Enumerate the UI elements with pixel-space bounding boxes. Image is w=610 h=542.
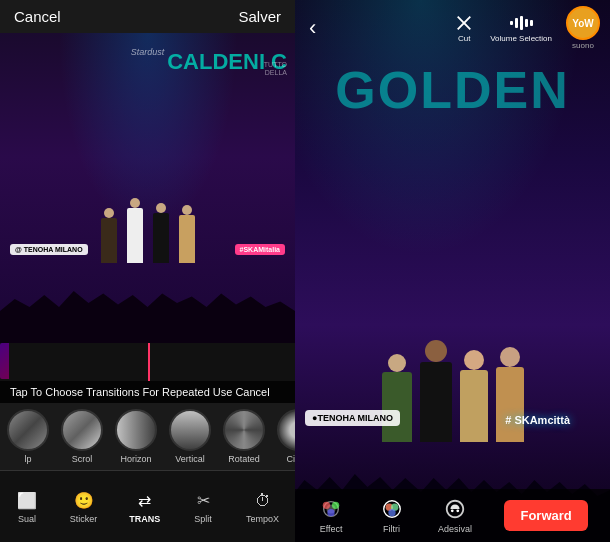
rf-body bbox=[382, 372, 412, 442]
filtri-icon bbox=[378, 497, 406, 521]
right-stage-figures bbox=[328, 340, 578, 442]
right-header-tools: Cut Volume Selection YoW suono bbox=[452, 6, 600, 50]
transition-scroll[interactable]: Scrol bbox=[58, 409, 106, 464]
transition-horizon-label: Horizon bbox=[120, 454, 151, 464]
transition-options: lp Scrol Horizon Vertical Rotated Circle bbox=[0, 403, 295, 470]
figure-head bbox=[156, 203, 166, 213]
svg-point-8 bbox=[332, 502, 339, 509]
right-golden-text: GOLDEN bbox=[295, 60, 610, 120]
effect-icon bbox=[317, 497, 345, 521]
forward-button[interactable]: Forward bbox=[504, 500, 587, 531]
filtri-label: Filtri bbox=[383, 524, 400, 534]
trans-icon: ⇄ bbox=[134, 490, 156, 512]
rf-head bbox=[425, 340, 447, 362]
nav-split[interactable]: ✂ Split bbox=[192, 490, 214, 524]
nav-trans[interactable]: ⇄ TRANS bbox=[129, 490, 160, 524]
adesival-icon bbox=[441, 497, 469, 521]
volume-tool[interactable]: Volume Selection bbox=[490, 13, 552, 43]
nav-sual-label: Sual bbox=[18, 514, 36, 524]
figure-2 bbox=[124, 198, 146, 263]
transition-scroll-label: Scrol bbox=[72, 454, 93, 464]
transition-flip-label: lp bbox=[24, 454, 31, 464]
figure-head bbox=[104, 208, 114, 218]
nav-sual[interactable]: ⬜ Sual bbox=[16, 490, 38, 524]
cut-icon bbox=[452, 13, 476, 33]
svg-rect-4 bbox=[530, 20, 533, 26]
filtri-tool[interactable]: Filtri bbox=[378, 497, 406, 534]
transition-circle[interactable]: Circle bbox=[274, 409, 295, 464]
timeline-frames bbox=[0, 343, 9, 381]
effect-label: Effect bbox=[320, 524, 343, 534]
transition-scroll-thumb bbox=[61, 409, 103, 451]
right-figure-1 bbox=[382, 354, 412, 442]
transition-circle-label: Circle bbox=[286, 454, 295, 464]
transition-flip[interactable]: lp bbox=[4, 409, 52, 464]
figure-head bbox=[182, 205, 192, 215]
figure-4 bbox=[176, 205, 198, 263]
sual-icon: ⬜ bbox=[16, 490, 38, 512]
svg-rect-3 bbox=[525, 19, 528, 27]
svg-point-9 bbox=[328, 509, 335, 516]
right-panel: GOLDEN ‹ bbox=[295, 0, 610, 542]
rf-head bbox=[388, 354, 406, 372]
transition-vertical-thumb bbox=[169, 409, 211, 451]
transition-horizon-thumb bbox=[115, 409, 157, 451]
transition-circle-thumb bbox=[277, 409, 295, 451]
figure-3 bbox=[150, 203, 172, 263]
save-button[interactable]: Salver bbox=[238, 8, 281, 25]
nav-tempo[interactable]: ⏱ TempoX bbox=[246, 490, 279, 524]
transition-rotated-label: Rotated bbox=[228, 454, 260, 464]
avatar-tool[interactable]: YoW suono bbox=[566, 6, 600, 50]
tutto-text: TUTTO DELLA bbox=[264, 61, 287, 78]
svg-point-13 bbox=[388, 509, 395, 516]
timeline-strip[interactable] bbox=[0, 343, 295, 381]
split-icon: ✂ bbox=[192, 490, 214, 512]
cut-tool[interactable]: Cut bbox=[452, 13, 476, 43]
svg-point-14 bbox=[451, 509, 454, 512]
effect-tool[interactable]: Effect bbox=[317, 497, 345, 534]
transition-horizon[interactable]: Horizon bbox=[112, 409, 160, 464]
svg-rect-1 bbox=[515, 18, 518, 28]
bottom-nav: ⬜ Sual 🙂 Sticker ⇄ TRANS ✂ Split ⏱ Tempo… bbox=[0, 470, 295, 542]
video-preview: Stardust CALDENI C TUTTO DELLA bbox=[0, 33, 295, 343]
cancel-button[interactable]: Cancel bbox=[14, 8, 61, 25]
suono-label: suono bbox=[572, 41, 594, 50]
nav-trans-label: TRANS bbox=[129, 514, 160, 524]
right-figure-2 bbox=[420, 340, 452, 442]
rf-body bbox=[496, 367, 524, 442]
avatar: YoW bbox=[566, 6, 600, 40]
tag-milano: @ TENOHA MILANO bbox=[10, 244, 88, 255]
stardust-logo: Stardust bbox=[131, 47, 165, 57]
right-bottom-toolbar: Effect Filtri Ad bbox=[295, 489, 610, 542]
audience bbox=[0, 263, 295, 343]
sticker-icon: 🙂 bbox=[73, 490, 95, 512]
rf-head bbox=[500, 347, 520, 367]
cut-label: Cut bbox=[458, 34, 470, 43]
left-header: Cancel Salver bbox=[0, 0, 295, 33]
adesival-tool[interactable]: Adesival bbox=[438, 497, 472, 534]
timeline-playhead bbox=[148, 343, 150, 381]
tempo-icon: ⏱ bbox=[252, 490, 274, 512]
right-figure-3 bbox=[460, 350, 488, 442]
nav-split-label: Split bbox=[194, 514, 212, 524]
svg-rect-0 bbox=[510, 21, 513, 25]
transition-vertical[interactable]: Vertical bbox=[166, 409, 214, 464]
transition-vertical-label: Vertical bbox=[175, 454, 205, 464]
right-tag-skam: # SKAmcittà bbox=[505, 414, 570, 426]
transition-rotated[interactable]: Rotated bbox=[220, 409, 268, 464]
right-figure-4 bbox=[496, 347, 524, 442]
back-button[interactable]: ‹ bbox=[305, 15, 320, 41]
stage-figures bbox=[98, 198, 198, 263]
rf-body bbox=[420, 362, 452, 442]
rf-body bbox=[460, 370, 488, 442]
tag-skam: #SKAMitalia bbox=[235, 244, 285, 255]
transition-rotated-thumb bbox=[223, 409, 265, 451]
figure-1 bbox=[98, 208, 120, 263]
nav-sticker[interactable]: 🙂 Sticker bbox=[70, 490, 98, 524]
rf-head bbox=[464, 350, 484, 370]
adesival-label: Adesival bbox=[438, 524, 472, 534]
volume-icon bbox=[509, 13, 533, 33]
transition-flip-thumb bbox=[7, 409, 49, 451]
figure-head bbox=[130, 198, 140, 208]
left-panel: Cancel Salver Stardust CALDENI C TUTTO D… bbox=[0, 0, 295, 542]
